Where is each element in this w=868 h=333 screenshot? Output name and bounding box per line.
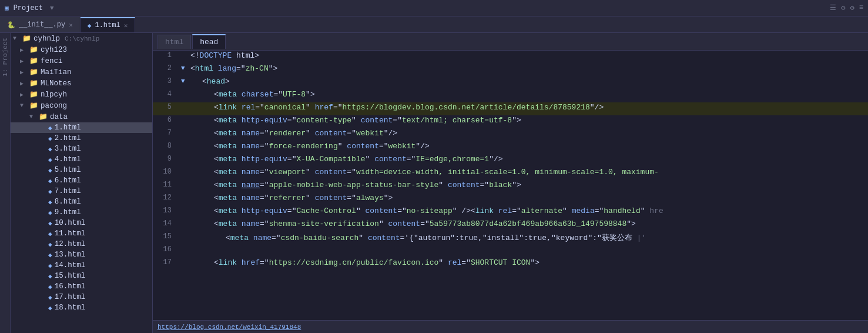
tree-item-4html[interactable]: ◆ 4.html <box>11 154 152 165</box>
main-area: 1: Project ▼ 📁 cyhnlp C:\cyhnlp ▶ 📁 cyh1… <box>0 33 868 333</box>
file-icon-13html: ◆ <box>48 251 52 259</box>
code-line-12: 12 <meta name="referrer" content="always… <box>153 193 868 206</box>
tree-label-6html: 6.html <box>55 177 81 185</box>
expand-arrow-pacong: ▼ <box>20 102 27 109</box>
folder-icon-data: 📁 <box>39 112 48 121</box>
tree-item-fenci[interactable]: ▶ 📁 fenci <box>11 55 152 66</box>
tree-item-6html[interactable]: ◆ 6.html <box>11 175 152 186</box>
tree-path-cyhnlp: C:\cyhnlp <box>65 35 99 42</box>
tab-icon-html: ◆ <box>88 22 92 29</box>
fold-7 <box>181 128 190 129</box>
tools-icon[interactable]: ⚙ <box>850 4 854 12</box>
tree-item-data[interactable]: ▼ 📁 data <box>11 111 152 122</box>
menu-icon[interactable]: ≡ <box>859 4 863 12</box>
file-icon-15html: ◆ <box>48 272 52 280</box>
editor-breadcrumb: html head <box>153 33 868 51</box>
tab-1-html[interactable]: ◆ 1.html ✕ <box>81 17 135 32</box>
fold-2[interactable]: ▼ <box>181 64 190 72</box>
line-content-8: <meta name="force-rendering" content="we… <box>190 141 868 151</box>
status-bar: https://blog.csdn.net/weixin_41791848 <box>153 320 868 333</box>
tree-item-10html[interactable]: ◆ 10.html <box>11 218 152 228</box>
tree-item-cyh123[interactable]: ▶ 📁 cyh123 <box>11 44 152 55</box>
line-number-11: 11 <box>153 180 181 189</box>
line-content-16 <box>190 245 868 255</box>
folder-icon-pacong: 📁 <box>29 101 38 110</box>
tree-label-13html: 13.html <box>55 251 86 259</box>
settings-icon[interactable]: ☰ <box>830 4 836 12</box>
tree-item-cyhnlp[interactable]: ▼ 📁 cyhnlp C:\cyhnlp <box>11 33 152 44</box>
tree-item-maitlan[interactable]: ▶ 📁 MaiTian <box>11 66 152 78</box>
line-content-6: <meta http-equiv="content-type" content=… <box>190 115 868 125</box>
tab-close-html[interactable]: ✕ <box>124 22 128 29</box>
line-number-12: 12 <box>153 193 181 202</box>
fold-11 <box>181 180 190 181</box>
line-content-5: <link rel="canonical" href="https://blog… <box>190 102 868 112</box>
tree-item-15html[interactable]: ◆ 15.html <box>11 271 152 281</box>
folder-icon-mlnotes: 📁 <box>29 79 38 88</box>
tree-item-2html[interactable]: ◆ 2.html <box>11 133 152 144</box>
tree-label-data: data <box>50 113 68 121</box>
tree-label-pacong: pacong <box>41 102 67 110</box>
tree-label-8html: 8.html <box>55 198 81 206</box>
tree-label-12html: 12.html <box>55 240 86 248</box>
code-line-14: 14 <meta name="shenma-site-verification"… <box>153 219 868 232</box>
project-icon: ▣ <box>5 4 9 12</box>
fold-5 <box>181 102 190 104</box>
tree-item-16html[interactable]: ◆ 16.html <box>11 281 152 292</box>
tree-item-5html[interactable]: ◆ 5.html <box>11 165 152 175</box>
tab-close-init[interactable]: ✕ <box>69 21 73 29</box>
line-number-15: 15 <box>153 232 181 241</box>
tree-item-14html[interactable]: ◆ 14.html <box>11 260 152 271</box>
tree-label-cyhnlp: cyhnlp <box>33 35 60 43</box>
tree-item-17html[interactable]: ◆ 17.html <box>11 292 152 302</box>
tree-item-12html[interactable]: ◆ 12.html <box>11 239 152 249</box>
file-icon-16html: ◆ <box>48 283 52 291</box>
code-line-15: 15 <meta name="csdn-baidu-search" conten… <box>153 232 868 245</box>
file-icon-14html: ◆ <box>48 262 52 269</box>
tree-item-11html[interactable]: ◆ 11.html <box>11 228 152 239</box>
fold-3[interactable]: ▼ <box>181 76 190 85</box>
fold-10 <box>181 167 190 168</box>
tree-item-pacong[interactable]: ▼ 📁 pacong <box>11 100 152 111</box>
breadcrumb-tab-html[interactable]: html <box>157 35 191 49</box>
code-line-7: 7 <meta name="renderer" content="webkit"… <box>153 128 868 141</box>
tree-item-9html[interactable]: ◆ 9.html <box>11 207 152 218</box>
tab-bar: 🐍 __init__.py ✕ ◆ 1.html ✕ <box>0 16 868 33</box>
tree-item-8html[interactable]: ◆ 8.html <box>11 197 152 207</box>
line-number-6: 6 <box>153 115 181 124</box>
expand-arrow-fenci: ▶ <box>20 58 27 65</box>
tree-item-1html[interactable]: ◆ 1.html <box>11 122 152 133</box>
folder-icon-nlpcyh: 📁 <box>29 90 38 99</box>
tab-label: __init__.py <box>19 21 65 29</box>
line-content-1: <!DOCTYPE html> <box>190 51 868 61</box>
tree-label-3html: 3.html <box>55 145 81 153</box>
tree-label-16html: 16.html <box>55 282 86 291</box>
gear-icon[interactable]: ⚙ <box>841 4 845 12</box>
fold-4 <box>181 89 190 91</box>
title-separator: ▼ <box>50 5 54 12</box>
tree-item-3html[interactable]: ◆ 3.html <box>11 144 152 154</box>
file-icon-3html: ◆ <box>48 145 52 153</box>
sidebar-section-label: 1: Project <box>2 38 9 76</box>
line-number-8: 8 <box>153 141 181 150</box>
line-content-14: <meta name="shenma-site-verification" co… <box>190 219 868 229</box>
tree-item-mlnotes[interactable]: ▶ 📁 MLNotes <box>11 78 152 89</box>
breadcrumb-tab-head[interactable]: head <box>192 34 226 49</box>
line-content-7: <meta name="renderer" content="webkit"/> <box>190 128 868 138</box>
line-number-7: 7 <box>153 128 181 137</box>
tree-label-15html: 15.html <box>55 272 86 280</box>
tab-icon: 🐍 <box>7 21 15 29</box>
code-line-5: 5 <link rel="canonical" href="https://bl… <box>153 102 868 115</box>
tree-item-13html[interactable]: ◆ 13.html <box>11 249 152 260</box>
tree-item-7html[interactable]: ◆ 7.html <box>11 186 152 197</box>
tab-init-py[interactable]: 🐍 __init__.py ✕ <box>0 17 81 32</box>
tree-item-18html[interactable]: ◆ 18.html <box>11 302 152 313</box>
status-link[interactable]: https://blog.csdn.net/weixin_41791848 <box>157 324 301 331</box>
tree-item-nlpcyh[interactable]: ▶ 📁 nlpcyh <box>11 89 152 100</box>
fold-6 <box>181 115 190 116</box>
fold-1 <box>181 51 190 52</box>
code-editor[interactable]: 1 <!DOCTYPE html> 2 ▼ <html lang="zh-CN"… <box>153 51 868 320</box>
line-number-5: 5 <box>153 102 181 111</box>
code-line-11: 11 <meta name="apple-mobile-web-app-stat… <box>153 180 868 193</box>
file-icon-17html: ◆ <box>48 294 52 301</box>
